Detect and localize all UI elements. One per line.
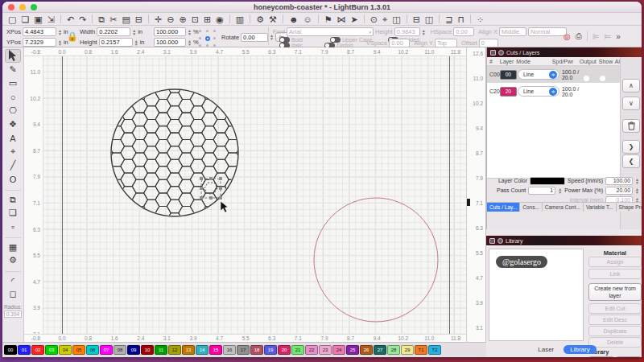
material-test-icon[interactable]: ☻ — [287, 14, 300, 25]
ypos-stepper[interactable]: ▲▼ — [58, 39, 62, 46]
device-settings-icon[interactable]: ⚒ — [267, 14, 279, 25]
pass-count-input[interactable]: 1 — [528, 187, 555, 195]
library-header[interactable]: Library — [486, 236, 642, 245]
link-button[interactable]: Link — [588, 269, 642, 279]
edit-desc-button[interactable]: Edit Desc — [588, 315, 642, 325]
boolean-subtract-tool[interactable]: ▫ — [5, 220, 21, 233]
distribute-v-icon[interactable]: ◫ — [423, 14, 435, 25]
panel-close-icon[interactable] — [490, 50, 496, 56]
layer-color-chip[interactable]: 00 — [500, 70, 517, 80]
cut-icon[interactable]: ✂ — [108, 14, 118, 25]
palette-color-27[interactable]: 27 — [374, 345, 386, 355]
zoom-out-icon[interactable]: ⊖ — [165, 14, 175, 25]
width-input[interactable]: 0.2202 — [97, 27, 130, 36]
ypos-input[interactable]: 7.2329 — [23, 38, 56, 47]
anchor-center-selected[interactable] — [205, 36, 210, 41]
radius-input[interactable]: 0.394 — [4, 311, 22, 318]
palette-color-23[interactable]: 23 — [319, 345, 332, 355]
save-button[interactable]: Save — [616, 356, 642, 357]
new-file-icon[interactable]: ▢ — [6, 14, 18, 25]
title-bar[interactable]: honeycomb-coaster * - LightBurn 1.3.01 — [2, 2, 642, 13]
font-height-input[interactable]: 0.9843 — [394, 27, 420, 36]
ellipse-tool[interactable]: ○ — [5, 90, 21, 104]
laser-target-icon[interactable]: ◎ — [564, 32, 571, 41]
height-percent-stepper[interactable]: ▲▼ — [188, 39, 192, 46]
distribute-h-icon[interactable]: ⊟ — [411, 14, 422, 25]
import-icon[interactable]: ⇲ — [46, 14, 56, 25]
palette-color-12[interactable]: 12 — [168, 345, 181, 355]
position-laser-icon[interactable]: ⌖ — [381, 14, 389, 25]
camera-capture-icon[interactable]: ◉ — [214, 14, 225, 25]
dock-icon[interactable]: ⁘ — [475, 14, 485, 25]
move-layer-up-button[interactable]: ∧ — [622, 79, 640, 93]
palette-color-20[interactable]: 20 — [278, 345, 291, 355]
optimization-tool[interactable]: ⚙ — [5, 253, 21, 267]
palette-color-29[interactable]: 29 — [401, 345, 414, 355]
delete-layer-button[interactable] — [622, 119, 640, 133]
palette-color-15[interactable]: 15 — [209, 345, 222, 355]
create-new-from-layer-button[interactable]: Create new from layer — [588, 283, 642, 301]
redo-icon[interactable]: ↷ — [77, 14, 88, 25]
layer-row[interactable]: C0000Line≑100.0 / 20.0 — [487, 66, 620, 83]
panel-tab[interactable]: Cuts / Lay... — [487, 203, 520, 212]
offset-tool[interactable]: O — [5, 172, 21, 186]
edit-cut-button[interactable]: Edit Cut — [588, 303, 642, 314]
palette-color-00[interactable]: 00 — [4, 345, 17, 355]
tab-library[interactable]: Library — [564, 345, 596, 354]
width-percent-input[interactable]: 100.000 — [154, 27, 186, 36]
palette-color-01[interactable]: 01 — [18, 345, 31, 355]
rotate-input[interactable]: 0.00 — [241, 33, 268, 42]
palette-color-25[interactable]: 25 — [346, 345, 359, 355]
layers-list-empty-area[interactable] — [487, 100, 620, 179]
align-right-icon[interactable]: ⊨ — [604, 32, 611, 41]
palette-color-22[interactable]: 22 — [305, 345, 318, 355]
delete-icon[interactable]: ⊟ — [134, 14, 144, 25]
weld-tool[interactable]: ⧉ — [5, 190, 21, 206]
focus-icon[interactable]: ⊙ — [369, 14, 379, 25]
draw-lines-tool[interactable]: ✎ — [5, 63, 21, 76]
height-percent-input[interactable]: 100.000 — [154, 38, 186, 47]
palette-color-03[interactable]: 03 — [45, 345, 58, 355]
font-style-select[interactable]: Normal — [528, 27, 567, 36]
tab-laser[interactable]: Laser — [531, 345, 560, 354]
align-centers-icon[interactable]: ⊓ — [456, 14, 466, 25]
palette-color-28[interactable]: 28 — [387, 345, 400, 355]
power-max-input[interactable]: 20.00 — [605, 187, 633, 195]
start-flag-icon[interactable]: ⚑ — [323, 14, 334, 25]
width-stepper[interactable]: ▲▼ — [132, 29, 136, 35]
align-h-icon[interactable]: ◫ — [390, 14, 402, 25]
layer-mode-select[interactable]: Line≑ — [518, 69, 559, 80]
open-file-icon[interactable]: ❏ — [19, 14, 31, 25]
print-cut-icon[interactable]: ⎙ — [576, 31, 582, 41]
alignx-select[interactable]: Middle — [499, 27, 526, 36]
zoom-in-icon[interactable]: ⊕ — [177, 14, 188, 25]
palette-color-21[interactable]: 21 — [291, 345, 304, 355]
pan-icon[interactable]: ✛ — [153, 14, 163, 25]
send-icon[interactable]: ➤ — [349, 14, 360, 25]
palette-color-05[interactable]: 05 — [72, 345, 85, 355]
panel-tab[interactable]: Shape Properti... — [617, 203, 642, 212]
hspace-input[interactable]: 0.00 — [453, 27, 474, 36]
layer-color-swatch[interactable] — [530, 177, 565, 185]
palette-color-14[interactable]: 14 — [196, 345, 208, 355]
palette-color-19[interactable]: 19 — [264, 345, 277, 355]
copy-icon[interactable]: ⧉ — [97, 14, 106, 25]
panel-float-icon[interactable] — [498, 50, 504, 56]
undo-icon[interactable]: ↶ — [65, 14, 76, 25]
layer-color-chip[interactable]: 20 — [500, 87, 517, 97]
rectangle-tool[interactable]: ▭ — [5, 76, 21, 90]
offset-input[interactable]: 0 — [479, 39, 498, 47]
layer-mode-select[interactable]: Line≑ — [518, 86, 559, 97]
circle-shape[interactable] — [314, 198, 438, 322]
bold-toggle[interactable]: Bold — [279, 37, 303, 43]
toolbar-overflow-chevron[interactable]: » — [616, 32, 621, 41]
panel-tab[interactable]: Variable T... — [584, 203, 617, 212]
panel-tab[interactable]: Camera Cont... — [543, 203, 584, 212]
corner-tool[interactable]: ◜ — [5, 271, 21, 287]
preview-icon[interactable]: ▥ — [234, 14, 246, 25]
array-tool[interactable]: ▦ — [5, 237, 21, 253]
palette-color-04[interactable]: 04 — [59, 345, 72, 355]
settings-icon[interactable]: ⚙ — [254, 14, 266, 25]
palette-color-17[interactable]: 17 — [237, 345, 250, 355]
select-tool[interactable] — [5, 49, 21, 63]
